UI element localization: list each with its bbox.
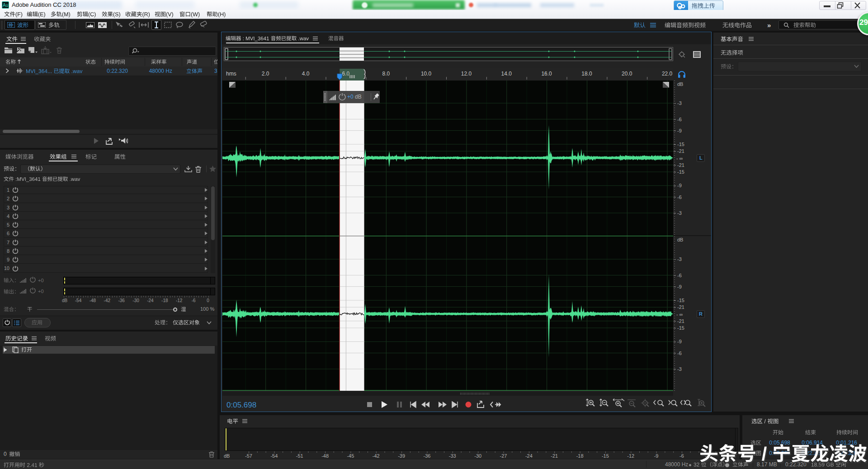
- svg-text:-21: -21: [677, 318, 684, 324]
- svg-text:-3: -3: [677, 256, 682, 262]
- svg-text:-42: -42: [373, 453, 380, 459]
- svg-text:-6: -6: [679, 453, 684, 459]
- svg-text:12.0: 12.0: [461, 71, 472, 77]
- svg-text:-48: -48: [321, 453, 329, 459]
- svg-text:-21: -21: [677, 148, 684, 154]
- svg-text:-15: -15: [677, 325, 684, 331]
- svg-text:dB: dB: [224, 453, 230, 459]
- svg-text:-9: -9: [654, 453, 659, 459]
- svg-text:-6: -6: [677, 273, 682, 278]
- svg-text:-9: -9: [677, 284, 682, 289]
- svg-text:-54: -54: [270, 453, 278, 459]
- svg-text:-6: -6: [677, 194, 682, 200]
- svg-text:14.0: 14.0: [501, 71, 512, 77]
- svg-text:20.0: 20.0: [622, 71, 632, 77]
- svg-text:-45: -45: [347, 453, 354, 459]
- svg-text:22.0: 22.0: [662, 71, 673, 77]
- svg-text:10.0: 10.0: [421, 71, 432, 77]
- svg-text:-12: -12: [627, 453, 634, 459]
- svg-text:-9: -9: [677, 339, 682, 344]
- svg-text:-9: -9: [677, 128, 682, 133]
- svg-text:-3: -3: [677, 100, 682, 106]
- svg-text:-6: -6: [677, 351, 682, 356]
- svg-text:- ∞: - ∞: [676, 312, 683, 317]
- svg-text:dB: dB: [677, 237, 683, 242]
- svg-text:6.0: 6.0: [342, 71, 350, 77]
- svg-text:16.0: 16.0: [541, 71, 552, 77]
- svg-text:-51: -51: [296, 453, 303, 459]
- svg-text:dB: dB: [677, 81, 683, 87]
- svg-text:-57: -57: [245, 453, 252, 459]
- svg-text:-6: -6: [677, 117, 682, 122]
- svg-text:-21: -21: [677, 304, 684, 310]
- svg-text:-3: -3: [677, 210, 682, 216]
- svg-text:4.0: 4.0: [302, 71, 310, 77]
- svg-text:-15: -15: [677, 169, 684, 175]
- svg-text:2.0: 2.0: [262, 71, 269, 77]
- svg-text:-3: -3: [677, 366, 682, 372]
- svg-text:-30: -30: [474, 453, 481, 459]
- svg-text:hms: hms: [226, 71, 236, 77]
- svg-text:-9: -9: [677, 183, 682, 188]
- svg-text:-21: -21: [551, 453, 558, 459]
- svg-text:18.0: 18.0: [581, 71, 592, 77]
- svg-text:-18: -18: [576, 453, 584, 459]
- svg-text:-36: -36: [424, 453, 431, 459]
- svg-text:-39: -39: [398, 453, 405, 459]
- svg-text:-15: -15: [677, 298, 684, 303]
- svg-text:-33: -33: [449, 453, 456, 459]
- svg-text:-24: -24: [525, 453, 533, 459]
- svg-text:-27: -27: [500, 453, 507, 459]
- svg-text:8.0: 8.0: [382, 71, 390, 77]
- svg-text:-21: -21: [677, 162, 684, 168]
- svg-text:- ∞: - ∞: [676, 156, 683, 161]
- svg-text:-15: -15: [677, 142, 684, 147]
- svg-text:-15: -15: [602, 453, 609, 459]
